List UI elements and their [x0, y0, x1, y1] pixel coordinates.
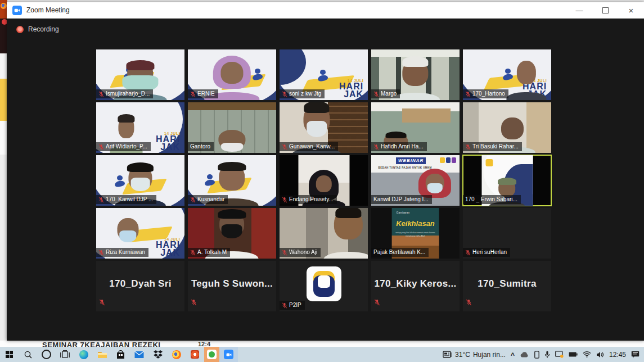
- person-headwear: [403, 56, 429, 67]
- edge-button[interactable]: [74, 347, 93, 362]
- recording-indicator[interactable]: Recording: [16, 25, 59, 33]
- search-button[interactable]: [19, 347, 37, 362]
- participant-tile[interactable]: Margo: [371, 49, 460, 100]
- person-figure: [508, 61, 545, 100]
- participant-name: Ismujiraharjo_D...: [106, 90, 150, 97]
- tray-chevron-up-icon[interactable]: ^: [511, 351, 515, 359]
- participant-name: Margo: [381, 90, 397, 97]
- person-hair: [218, 162, 246, 171]
- participant-tile[interactable]: Heri suHerlan: [463, 208, 551, 259]
- close-button[interactable]: ×: [618, 2, 644, 18]
- participant-name: Kusnandar: [197, 196, 224, 203]
- person-hair: [336, 208, 362, 218]
- firefox-button[interactable]: [167, 347, 186, 362]
- participant-tile[interactable]: Ismujiraharjo_D...: [96, 49, 184, 100]
- face-mask: [222, 224, 242, 238]
- participant-tile[interactable]: Gunawan_Kanw...: [280, 102, 368, 153]
- muted-mic-icon: [373, 91, 379, 97]
- display-notification-icon[interactable]: [555, 351, 564, 358]
- meeting-content-area: Recording Ismujiraharjo_D...: [7, 19, 644, 341]
- participant-tile[interactable]: 170_Dyah Sri: [96, 261, 184, 311]
- recorder-app-button-active[interactable]: [204, 347, 219, 362]
- zoom-logo-icon: [12, 6, 22, 15]
- participant-tile[interactable]: A. Tolkah M: [188, 208, 276, 259]
- background-video-time: 12:4: [198, 341, 210, 347]
- name-label: Tri Basuki Rahar...: [463, 142, 522, 151]
- maximize-button[interactable]: [592, 2, 618, 18]
- participant-tile[interactable]: 14 JULI HARI JAK Arif Widiarto_P...: [96, 102, 184, 153]
- face-mask: [131, 178, 150, 191]
- virtual-background-text: 14 JULI HARI JAK: [339, 79, 363, 98]
- participant-name: Tri Basuki Rahar...: [472, 143, 519, 150]
- participant-tile[interactable]: WEBINAR BEDAH TUNTAS PAJAK UNTUK UMKM Ka…: [371, 155, 460, 206]
- name-label: Arif Widiarto_P...: [96, 142, 151, 151]
- zoom-app-button[interactable]: [219, 347, 238, 362]
- participant-tile[interactable]: ERNIE: [188, 49, 276, 100]
- participant-name-centered: 170_Sumitra: [463, 261, 551, 307]
- participant-name-centered: Teguh S Suwon...: [188, 261, 276, 307]
- person-head: [517, 61, 536, 84]
- participant-name: Kanwil DJP Jateng I...: [373, 196, 429, 203]
- participant-tile[interactable]: 170_Sumitra: [463, 261, 551, 311]
- participant-tile[interactable]: 170_Kiky Keros...: [371, 261, 460, 311]
- muted-mic-icon: [282, 91, 287, 97]
- muted-mic-icon: [98, 197, 104, 203]
- p2ip-logo: [307, 266, 341, 301]
- wifi-icon[interactable]: [583, 351, 591, 358]
- participant-tile-active-speaker[interactable]: 170 _ Erwin Sabari...: [463, 155, 551, 206]
- participant-name: Endang Prasety...: [289, 196, 334, 203]
- person-peci: [127, 162, 154, 172]
- office-button[interactable]: [186, 347, 204, 362]
- participant-tile[interactable]: Tri Basuki Rahar...: [463, 102, 551, 153]
- task-view-button[interactable]: [56, 347, 74, 362]
- office-icon: [191, 350, 199, 359]
- participant-tile[interactable]: Gantoro: [188, 102, 276, 153]
- participant-tile[interactable]: P2IP: [280, 261, 368, 311]
- virtual-background-text: 14 JULI HARI JAK: [156, 237, 180, 257]
- your-phone-icon[interactable]: [534, 351, 539, 359]
- dropbox-button[interactable]: [148, 347, 167, 362]
- zoom-app-icon: [224, 350, 233, 359]
- participant-tile[interactable]: Endang Prasety...: [280, 155, 368, 206]
- name-label: Gantoro: [188, 142, 214, 151]
- weather-widget[interactable]: 31°C Hujan rin...: [443, 351, 506, 359]
- muted-mic-icon: [374, 298, 380, 308]
- store-button[interactable]: [111, 347, 130, 362]
- person-head: [501, 117, 524, 139]
- participant-tile[interactable]: Hafidh Amri Ha...: [371, 102, 460, 153]
- participant-tile[interactable]: 170_Kanwil DJP ...: [96, 155, 184, 206]
- participant-tile[interactable]: Gambaran Keikhlasan setiap yang kita lak…: [371, 208, 460, 259]
- participant-tile[interactable]: 14 JULI HARI JAK 170_Hartono: [463, 49, 551, 100]
- name-label: A. Tolkah M: [188, 248, 230, 257]
- name-label: Ismujiraharjo_D...: [96, 89, 153, 98]
- cortana-button[interactable]: [37, 347, 56, 362]
- participant-tile[interactable]: 14 JULI HARI JAK soni z kw Jtg: [280, 49, 368, 100]
- poster-subtitle: setiap yang kita lakukan semata-mata kar…: [395, 232, 435, 238]
- participant-name: 170 _ Erwin Sabari...: [465, 196, 517, 203]
- participant-tile[interactable]: Kusnandar: [188, 155, 276, 206]
- mail-button[interactable]: [130, 347, 148, 362]
- muted-mic-icon: [282, 250, 287, 256]
- minimize-button[interactable]: —: [566, 2, 592, 18]
- store-icon: [116, 350, 125, 359]
- file-explorer-button[interactable]: [93, 347, 111, 362]
- window-titlebar[interactable]: Zoom Meeting — ×: [7, 2, 644, 19]
- person-figure: [326, 209, 368, 259]
- participant-name: Riza Kurniawan: [106, 249, 145, 256]
- start-button[interactable]: [0, 347, 19, 362]
- participant-tile[interactable]: Teguh S Suwon...: [188, 261, 276, 311]
- onedrive-cloud-icon[interactable]: [520, 351, 529, 358]
- muted-mic-icon: [190, 250, 196, 256]
- participant-name: P2IP: [289, 302, 301, 309]
- background-browser-strip[interactable]: SEMINAR 7KEAJAIBAN REZEKI 12:4: [0, 341, 644, 347]
- clock[interactable]: 12:45: [609, 351, 626, 359]
- speaker-icon[interactable]: [596, 351, 604, 358]
- battery-icon[interactable]: [569, 352, 578, 357]
- name-label: Margo: [371, 89, 400, 98]
- muted-mic-icon: [465, 91, 471, 97]
- participant-name: Pajak Bertilawah K...: [373, 249, 425, 256]
- participant-tile[interactable]: Wahono Aji: [280, 208, 368, 259]
- action-center-icon[interactable]: [631, 351, 640, 358]
- participant-tile[interactable]: 14 JULI HARI JAK Riza Kurniawan: [96, 208, 184, 259]
- microphone-icon[interactable]: [544, 351, 550, 359]
